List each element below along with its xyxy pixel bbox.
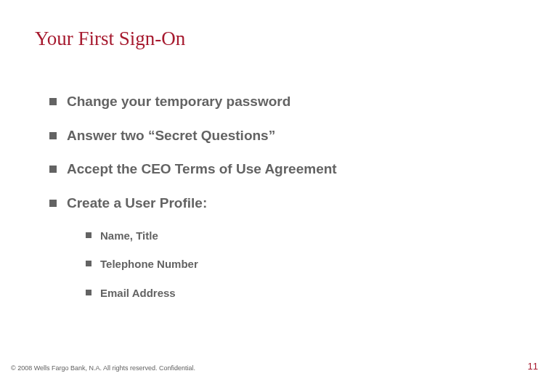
- bullet-text: Answer two “Secret Questions”: [67, 127, 275, 145]
- sub-bullet-list: Name, Title Telephone Number Email Addre…: [86, 229, 520, 301]
- bullet-marker-icon: [49, 132, 57, 139]
- bullet-text: Create a User Profile:: [67, 195, 207, 213]
- bullet-marker-icon: [49, 200, 57, 207]
- sub-bullet-text: Telephone Number: [100, 257, 198, 271]
- bullet-marker-icon: [49, 98, 57, 105]
- bullet-marker-icon: [86, 290, 92, 295]
- bullet-item: Accept the CEO Terms of Use Agreement: [49, 160, 520, 179]
- bullet-marker-icon: [86, 232, 92, 238]
- bullet-marker-icon: [86, 261, 92, 266]
- bullet-item: Answer two “Secret Questions”: [49, 127, 520, 145]
- page-number: 11: [528, 361, 538, 372]
- slide-footer: © 2008 Wells Fargo Bank, N.A. All rights…: [11, 361, 538, 372]
- bullet-item: Change your temporary password: [49, 93, 520, 111]
- slide-title: Your First Sign-On: [35, 28, 185, 50]
- bullet-marker-icon: [49, 166, 57, 173]
- bullet-text: Change your temporary password: [67, 93, 290, 111]
- sub-bullet-text: Name, Title: [100, 229, 158, 243]
- sub-bullet-item: Name, Title: [86, 229, 520, 243]
- bullet-text: Accept the CEO Terms of Use Agreement: [67, 160, 337, 179]
- bullet-list: Change your temporary password Answer tw…: [49, 93, 520, 314]
- bullet-item: Create a User Profile:: [49, 195, 520, 213]
- sub-bullet-text: Email Address: [100, 286, 176, 301]
- sub-bullet-item: Telephone Number: [86, 257, 520, 271]
- sub-bullet-item: Email Address: [86, 286, 520, 301]
- copyright-text: © 2008 Wells Fargo Bank, N.A. All rights…: [11, 364, 195, 372]
